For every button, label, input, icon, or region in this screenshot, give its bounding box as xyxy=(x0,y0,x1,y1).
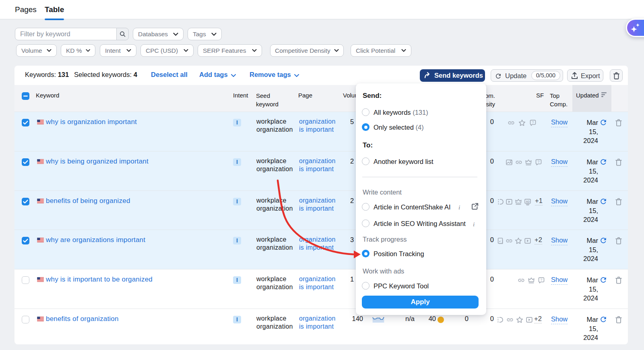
svg-text:i: i xyxy=(473,221,475,227)
svg-text:i: i xyxy=(458,204,460,210)
